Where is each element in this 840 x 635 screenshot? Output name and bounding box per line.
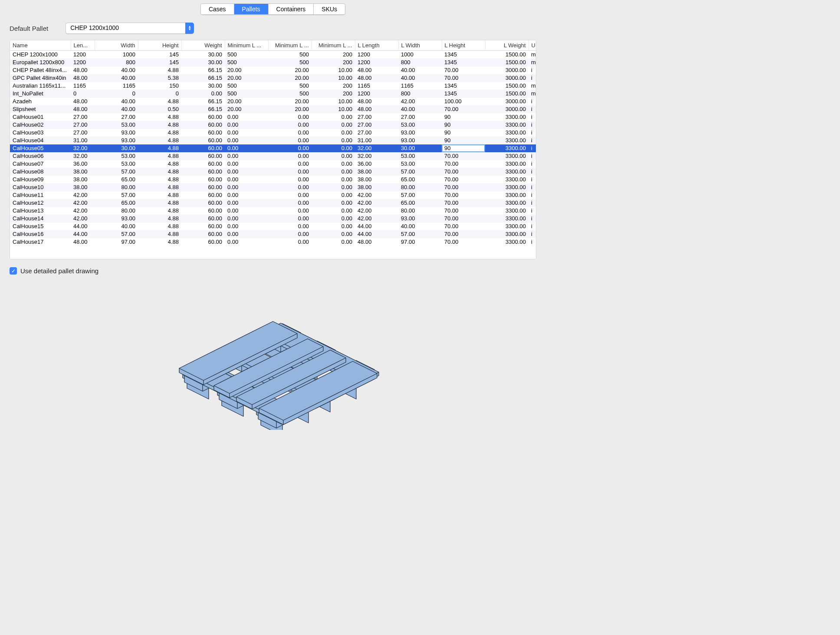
cell-width[interactable]: 97.00 (95, 238, 138, 246)
cell-width[interactable]: 93.00 (95, 129, 138, 137)
cell-lh[interactable]: 100.00 (442, 98, 485, 105)
cell-ml2[interactable]: 0.00 (268, 113, 312, 121)
cell-ll[interactable]: 42.00 (355, 199, 398, 207)
cell-name[interactable]: CalHouse05 (10, 144, 71, 152)
cell-height[interactable]: 4.88 (138, 113, 181, 121)
cell-ll[interactable]: 1165 (355, 82, 398, 90)
cell-lw[interactable]: 80.00 (398, 207, 442, 215)
cell-height[interactable]: 4.88 (138, 207, 181, 215)
cell-lh[interactable]: 70.00 (442, 223, 485, 230)
col-lheight[interactable]: L Height (442, 40, 485, 51)
cell-lwgt[interactable]: 1500.00 (485, 59, 528, 66)
cell-name[interactable]: CalHouse08 (10, 168, 71, 176)
cell-ml2[interactable]: 0.00 (268, 176, 312, 183)
cell-lw[interactable]: 1165 (398, 82, 442, 90)
cell-width[interactable]: 40.00 (95, 98, 138, 105)
cell-width[interactable]: 93.00 (95, 137, 138, 144)
cell-u[interactable]: i (528, 152, 536, 160)
table-row[interactable]: CalHouse1644.0057.004.8860.000.000.000.0… (10, 230, 536, 238)
cell-ll[interactable]: 38.00 (355, 176, 398, 183)
cell-height[interactable]: 4.88 (138, 238, 181, 246)
cell-lw[interactable]: 40.00 (398, 223, 442, 230)
cell-ml2[interactable]: 0.00 (268, 137, 312, 144)
tab-pallets[interactable]: Pallets (234, 4, 269, 14)
cell-ml2[interactable]: 0.00 (268, 230, 312, 238)
cell-ml3[interactable]: 200 (312, 51, 355, 59)
tab-skus[interactable]: SKUs (314, 4, 345, 14)
cell-ml3[interactable]: 0.00 (312, 215, 355, 223)
cell-ml2[interactable]: 500 (268, 59, 312, 66)
cell-ml1[interactable]: 0.00 (225, 160, 268, 168)
cell-ml2[interactable]: 20.00 (268, 105, 312, 113)
table-row[interactable]: CalHouse1242.0065.004.8860.000.000.000.0… (10, 199, 536, 207)
cell-weight[interactable]: 30.00 (181, 82, 225, 90)
cell-lwgt[interactable]: 3000.00 (485, 66, 528, 74)
table-row[interactable]: Australian 1165x11...1165116515030.00500… (10, 82, 536, 90)
tab-cases[interactable]: Cases (201, 4, 234, 14)
cell-ml1[interactable]: 20.00 (225, 74, 268, 82)
cell-lh[interactable]: 70.00 (442, 168, 485, 176)
cell-lh[interactable]: 1345 (442, 51, 485, 59)
cell-ml1[interactable]: 500 (225, 90, 268, 98)
use-detailed-drawing-checkbox[interactable]: ✓ (10, 267, 17, 275)
cell-name[interactable]: CalHouse14 (10, 215, 71, 223)
cell-u[interactable]: i (528, 176, 536, 183)
cell-ml3[interactable]: 10.00 (312, 105, 355, 113)
cell-lw[interactable]: 80.00 (398, 183, 442, 191)
cell-lwgt[interactable]: 3000.00 (485, 74, 528, 82)
cell-weight[interactable]: 60.00 (181, 199, 225, 207)
table-row[interactable]: CalHouse1142.0057.004.8860.000.000.000.0… (10, 191, 536, 199)
cell-name[interactable]: GPC Pallet 48inx40in (10, 74, 71, 82)
cell-u[interactable]: i (528, 191, 536, 199)
cell-lw[interactable]: 53.00 (398, 121, 442, 129)
col-units[interactable]: U... (528, 40, 536, 51)
col-width[interactable]: Width (95, 40, 138, 51)
cell-lwgt[interactable]: 1500.00 (485, 82, 528, 90)
cell-len[interactable]: 42.00 (71, 207, 95, 215)
cell-lh[interactable]: 70.00 (442, 191, 485, 199)
col-minl1[interactable]: Minimum L ... (225, 40, 268, 51)
cell-ll[interactable]: 31.00 (355, 137, 398, 144)
cell-ml3[interactable]: 0.00 (312, 238, 355, 246)
cell-weight[interactable]: 30.00 (181, 51, 225, 59)
cell-width[interactable]: 57.00 (95, 168, 138, 176)
table-row[interactable]: CalHouse0127.0027.004.8860.000.000.000.0… (10, 113, 536, 121)
table-row[interactable]: CalHouse1442.0093.004.8860.000.000.000.0… (10, 215, 536, 223)
cell-ml1[interactable]: 500 (225, 82, 268, 90)
cell-lh[interactable]: 90 (442, 129, 485, 137)
cell-ll[interactable]: 48.00 (355, 98, 398, 105)
cell-ml1[interactable]: 0.00 (225, 152, 268, 160)
cell-ml2[interactable]: 0.00 (268, 207, 312, 215)
cell-len[interactable]: 44.00 (71, 230, 95, 238)
table-header[interactable]: Name Len... Width Height Weight Minimum … (10, 40, 536, 51)
cell-lwgt[interactable]: 3300.00 (485, 191, 528, 199)
cell-ml2[interactable]: 0.00 (268, 144, 312, 152)
cell-height[interactable]: 4.88 (138, 160, 181, 168)
cell-height[interactable]: 4.88 (138, 144, 181, 152)
table-row[interactable]: Azadeh48.0040.004.8866.1520.0020.0010.00… (10, 98, 536, 105)
table-row[interactable]: CalHouse0327.0093.004.8860.000.000.000.0… (10, 129, 536, 137)
table-row[interactable]: CalHouse0632.0053.004.8860.000.000.000.0… (10, 152, 536, 160)
cell-width[interactable]: 800 (95, 59, 138, 66)
col-weight[interactable]: Weight (181, 40, 225, 51)
cell-u[interactable]: i (528, 74, 536, 82)
cell-name[interactable]: CalHouse11 (10, 191, 71, 199)
cell-len[interactable]: 38.00 (71, 183, 95, 191)
cell-lw[interactable]: 1000 (398, 51, 442, 59)
cell-ml2[interactable]: 500 (268, 51, 312, 59)
cell-lw[interactable]: 53.00 (398, 160, 442, 168)
cell-lw[interactable]: 65.00 (398, 176, 442, 183)
cell-ll[interactable]: 27.00 (355, 113, 398, 121)
cell-height[interactable]: 4.88 (138, 176, 181, 183)
cell-lw[interactable]: 93.00 (398, 137, 442, 144)
cell-width[interactable]: 93.00 (95, 215, 138, 223)
cell-ml1[interactable]: 0.00 (225, 183, 268, 191)
table-row[interactable]: CalHouse0227.0053.004.8860.000.000.000.0… (10, 121, 536, 129)
cell-ml2[interactable]: 0.00 (268, 199, 312, 207)
cell-height[interactable]: 145 (138, 59, 181, 66)
pallet-table[interactable]: Name Len... Width Height Weight Minimum … (10, 40, 536, 259)
cell-ll[interactable]: 48.00 (355, 238, 398, 246)
cell-ml3[interactable]: 0.00 (312, 183, 355, 191)
cell-lh[interactable]: 70.00 (442, 215, 485, 223)
cell-ll[interactable]: 1200 (355, 51, 398, 59)
